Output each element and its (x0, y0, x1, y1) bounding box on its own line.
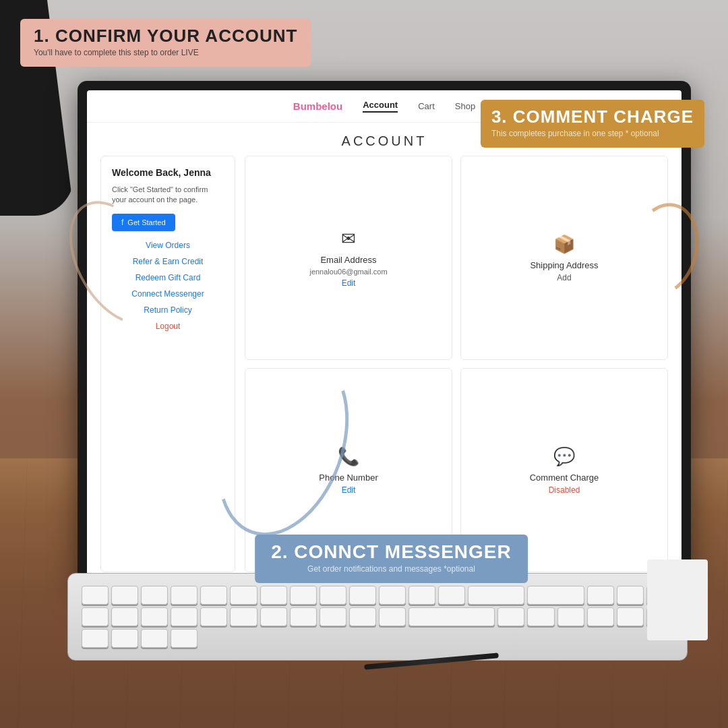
confirm-text: Click "Get Started" to confirm your acco… (112, 185, 224, 206)
key (141, 586, 168, 605)
keyboard (67, 573, 688, 661)
key (587, 607, 614, 626)
monitor-frame: Bumbelou Account Cart Shop ACCOUNT Welco… (78, 81, 691, 593)
phone-edit-link[interactable]: Edit (342, 485, 356, 495)
key (527, 586, 584, 605)
step2-subtitle: Get order notifications and messages *op… (271, 564, 512, 574)
monitor-screen: Bumbelou Account Cart Shop ACCOUNT Welco… (87, 90, 681, 584)
key (82, 629, 109, 648)
key (171, 629, 198, 648)
nav-cart[interactable]: Cart (418, 101, 435, 111)
key (82, 586, 109, 605)
comment-icon: 💬 (553, 446, 575, 467)
spacebar-key (408, 607, 495, 626)
key (349, 607, 376, 626)
key (290, 607, 317, 626)
key (260, 607, 287, 626)
email-card-title: Email Address (320, 255, 376, 265)
site-logo[interactable]: Bumbelou (293, 100, 342, 112)
nav-account[interactable]: Account (363, 100, 398, 113)
nav-shop[interactable]: Shop (455, 101, 475, 111)
key (141, 629, 168, 648)
key (82, 607, 109, 626)
key (587, 586, 614, 605)
key (408, 586, 435, 605)
step3-subtitle: This completes purchase in one step * op… (491, 129, 694, 138)
step3-label: 3. COMMENT CHARGE This completes purchas… (481, 100, 704, 148)
key (141, 607, 168, 626)
key (260, 586, 287, 605)
step2-title: 2. CONNCT MESSENGER (271, 541, 512, 563)
step2-label: 2. CONNCT MESSENGER Get order notificati… (255, 535, 528, 583)
step1-title: 1. CONFIRM YOUR ACCOUNT (34, 26, 297, 47)
key (200, 586, 227, 605)
key (379, 586, 406, 605)
step1-label: 1. CONFIRM YOUR ACCOUNT You'll have to c… (20, 19, 311, 67)
keyboard-keys (68, 579, 687, 655)
key (438, 586, 465, 605)
welcome-text: Welcome Back, Jenna (112, 167, 224, 178)
step1-subtitle: You'll have to complete this step to ord… (34, 48, 297, 57)
key (230, 586, 257, 605)
step3-title: 3. COMMENT CHARGE (491, 107, 694, 127)
white-box-object (647, 559, 708, 640)
key (111, 586, 138, 605)
email-edit-link[interactable]: Edit (342, 278, 356, 288)
key (320, 607, 346, 626)
key (349, 586, 376, 605)
key (111, 607, 138, 626)
shipping-add-link[interactable]: Add (557, 273, 571, 282)
monitor: Bumbelou Account Cart Shop ACCOUNT Welco… (78, 81, 691, 593)
key (200, 607, 227, 626)
email-value: jennalou06@gmail.com (309, 268, 387, 276)
shipping-icon: 📦 (553, 234, 575, 255)
key (290, 586, 317, 605)
key (230, 607, 257, 626)
key (171, 607, 198, 626)
email-card: ✉ Email Address jennalou06@gmail.com Edi… (245, 156, 452, 360)
key (379, 607, 406, 626)
key (527, 607, 554, 626)
key (617, 607, 644, 626)
key (171, 586, 198, 605)
key (111, 629, 138, 648)
comment-charge-status[interactable]: Disabled (549, 485, 580, 495)
key (557, 607, 584, 626)
key (497, 607, 524, 626)
key (617, 586, 644, 605)
shipping-card-title: Shipping Address (530, 260, 598, 270)
key (468, 586, 524, 605)
email-icon: ✉ (341, 229, 356, 249)
key (320, 586, 346, 605)
comment-card-title: Comment Charge (530, 473, 599, 483)
account-main: Welcome Back, Jenna Click "Get Started" … (87, 156, 681, 582)
